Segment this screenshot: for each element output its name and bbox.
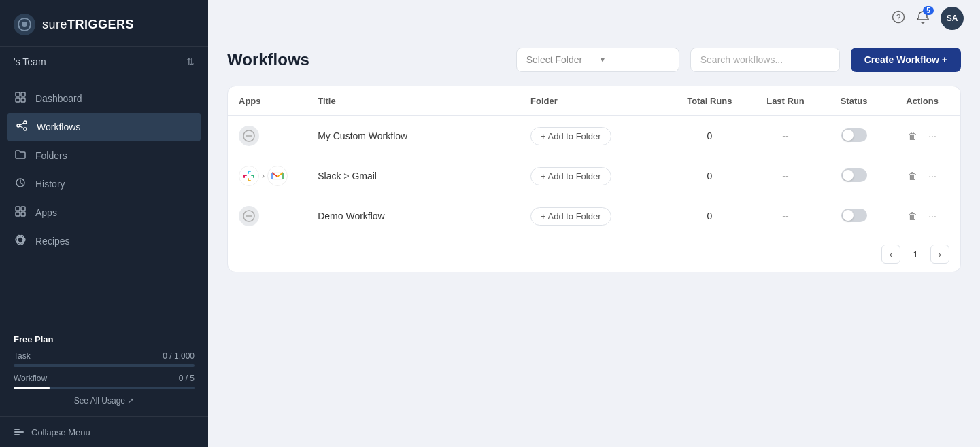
svg-rect-19 [14, 429, 20, 430]
row1-toggle[interactable] [841, 128, 867, 142]
collapse-menu-label: Collapse Menu [31, 427, 90, 437]
workflow-label: Workflow [14, 374, 47, 383]
sidebar-item-apps[interactable]: Apps [0, 198, 208, 227]
sidebar: sureTRIGGERS 's Team ⇅ Dashboard [0, 0, 208, 447]
main-content: ? 5 SA Workflows Select Folder ▾ Create … [208, 0, 980, 447]
content-area: Workflows Select Folder ▾ Create Workflo… [208, 37, 980, 291]
sidebar-item-dashboard[interactable]: Dashboard [0, 84, 208, 113]
row3-actions: 🗑 ··· [884, 196, 960, 236]
team-row[interactable]: 's Team ⇅ [0, 47, 208, 77]
notification-badge: 5 [923, 6, 934, 15]
row1-delete-button[interactable]: 🗑 [904, 128, 922, 144]
add-to-folder-button-row3[interactable]: + Add to Folder [530, 207, 611, 226]
svg-rect-31 [253, 175, 254, 178]
row3-app-icon [239, 206, 259, 226]
content-header: Workflows Select Folder ▾ Create Workflo… [227, 48, 961, 72]
workflows-table: Apps Title Folder Total Runs Last Run St… [227, 86, 961, 272]
svg-rect-20 [14, 431, 24, 433]
svg-rect-15 [21, 212, 25, 216]
row2-status[interactable] [824, 156, 884, 196]
svg-text:?: ? [896, 13, 901, 22]
sidebar-label-dashboard: Dashboard [35, 93, 82, 104]
task-label: Task [14, 351, 31, 361]
dashboard-icon [14, 92, 27, 105]
col-header-apps: Apps [228, 86, 307, 116]
sidebar-item-recipes[interactable]: Recipes [0, 227, 208, 255]
table-header-row: Apps Title Folder Total Runs Last Run St… [228, 86, 960, 116]
svg-rect-2 [16, 92, 20, 96]
svg-rect-34 [248, 175, 250, 177]
sidebar-item-folders[interactable]: Folders [0, 141, 208, 170]
avatar[interactable]: SA [941, 7, 964, 30]
svg-rect-29 [248, 171, 251, 172]
row3-status[interactable] [824, 196, 884, 236]
svg-rect-33 [248, 180, 251, 181]
workflow-usage-row: Workflow 0 / 5 [14, 374, 195, 383]
workflows-icon [15, 120, 29, 134]
row3-toggle[interactable] [841, 209, 867, 222]
row3-lastrun: -- [747, 196, 824, 236]
pagination-prev[interactable]: ‹ [881, 245, 900, 264]
row3-runs: 0 [671, 196, 747, 236]
row3-folder: + Add to Folder [520, 196, 671, 236]
select-folder-dropdown[interactable]: Select Folder ▾ [516, 48, 679, 72]
create-workflow-button[interactable]: Create Workflow + [851, 48, 961, 72]
add-to-folder-button-row2[interactable]: + Add to Folder [530, 167, 611, 185]
history-icon [14, 177, 27, 191]
svg-rect-13 [21, 207, 25, 211]
svg-rect-12 [16, 207, 20, 211]
row2-more-button[interactable]: ··· [924, 168, 941, 184]
sidebar-label-recipes: Recipes [35, 236, 70, 247]
row1-status[interactable] [824, 116, 884, 156]
col-header-title: Title [307, 86, 520, 116]
row1-app-icon [239, 126, 259, 146]
row3-more-button[interactable]: ··· [924, 208, 941, 224]
help-icon[interactable]: ? [892, 10, 905, 27]
svg-line-9 [20, 123, 24, 126]
sidebar-item-workflows[interactable]: Workflows [7, 113, 201, 141]
see-all-usage-link[interactable]: See All Usage ↗ [14, 396, 195, 406]
svg-rect-3 [21, 92, 25, 96]
col-header-lastrun: Last Run [747, 86, 824, 116]
workflow-progress-fill [14, 387, 50, 389]
sidebar-label-history: History [35, 179, 65, 190]
svg-point-6 [17, 124, 20, 127]
row3-delete-button[interactable]: 🗑 [904, 208, 922, 224]
sidebar-item-history[interactable]: History [0, 170, 208, 198]
svg-line-10 [20, 126, 24, 129]
sort-icon[interactable]: ⇅ [186, 56, 195, 67]
task-progress-bar [14, 364, 195, 367]
notification-bell-icon[interactable]: 5 [916, 10, 930, 27]
svg-rect-14 [16, 212, 20, 216]
row1-actions: 🗑 ··· [884, 116, 960, 156]
table-row: Demo Workflow + Add to Folder 0 -- 🗑 ··· [228, 196, 960, 236]
table-row: › [228, 156, 960, 196]
row2-toggle[interactable] [841, 168, 867, 182]
search-input[interactable] [690, 48, 840, 72]
sidebar-label-apps: Apps [35, 207, 57, 218]
nav-section: Dashboard Workflows Folders [0, 77, 208, 323]
logo: sureTRIGGERS [0, 0, 208, 47]
task-usage-row: Task 0 / 1,000 [14, 351, 195, 361]
row1-lastrun: -- [747, 116, 824, 156]
add-to-folder-button-row1[interactable]: + Add to Folder [530, 127, 611, 145]
collapse-menu-button[interactable]: Collapse Menu [0, 416, 208, 447]
svg-point-8 [24, 128, 27, 130]
task-value: 0 / 1,000 [163, 351, 195, 361]
row2-delete-button[interactable]: 🗑 [904, 168, 922, 184]
gmail-icon [267, 166, 288, 186]
col-header-actions: Actions [884, 86, 960, 116]
sidebar-label-workflows: Workflows [37, 122, 80, 132]
pagination-next[interactable]: › [930, 245, 949, 264]
workflow-value: 0 / 5 [179, 374, 195, 383]
svg-rect-27 [243, 175, 245, 178]
row1-more-button[interactable]: ··· [924, 128, 941, 144]
topbar: ? 5 SA [208, 0, 980, 37]
app-arrow-icon: › [262, 171, 265, 181]
row2-folder: + Add to Folder [520, 156, 671, 196]
page-title: Workflows [227, 50, 505, 69]
logo-text: sureTRIGGERS [42, 18, 134, 32]
row1-title: My Custom Workflow [307, 116, 520, 156]
team-label: 's Team [14, 56, 46, 67]
pagination-current: 1 [906, 245, 925, 264]
